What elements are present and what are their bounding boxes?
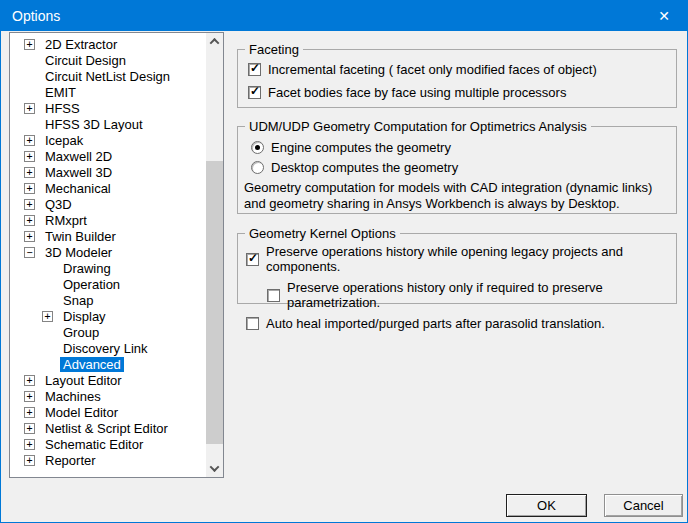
tree-expander-icon[interactable]: + xyxy=(24,183,35,194)
tree-expander-icon[interactable]: + xyxy=(24,439,35,450)
checkbox-icon[interactable] xyxy=(246,317,259,330)
tree-item[interactable]: + 2D Extractor xyxy=(10,36,223,52)
tree-item-label: Discovery Link xyxy=(60,341,151,356)
tree-item[interactable]: Operation xyxy=(10,276,223,292)
tree-expander-icon[interactable]: + xyxy=(24,407,35,418)
tree-item-label: Circuit NetList Design xyxy=(42,69,173,84)
tree-item-label: Operation xyxy=(60,277,123,292)
options-tree: + 2D Extractor Circuit Design Circuit Ne… xyxy=(9,32,224,478)
checkbox-row[interactable]: Preserve operations history while openin… xyxy=(246,244,676,274)
tree-expander-icon[interactable]: + xyxy=(24,199,35,210)
tree-expander-icon[interactable]: + xyxy=(24,423,35,434)
checkbox-row[interactable]: Preserve operations history only if requ… xyxy=(267,280,676,310)
tree-item[interactable]: Discovery Link xyxy=(10,340,223,356)
geometry-kernel-group: Geometry Kernel Options Preserve operati… xyxy=(237,233,677,304)
tree-item-label: Snap xyxy=(60,293,96,308)
tree-item[interactable]: Group xyxy=(10,324,223,340)
tree-item[interactable]: + Maxwell 2D xyxy=(10,148,223,164)
tree-item[interactable]: + Layout Editor xyxy=(10,372,223,388)
tree-scrollbar[interactable] xyxy=(206,33,223,477)
tree-item[interactable]: + Machines xyxy=(10,388,223,404)
tree-item-label: Icepak xyxy=(42,133,86,148)
tree-item[interactable]: + Mechanical xyxy=(10,180,223,196)
radio-row[interactable]: Desktop computes the geometry xyxy=(251,159,676,175)
tree-item[interactable]: + Netlist & Script Editor xyxy=(10,420,223,436)
tree-expander-icon[interactable]: + xyxy=(24,375,35,386)
tree-expander-icon[interactable]: + xyxy=(24,39,35,50)
checkbox-label: Preserve operations history while openin… xyxy=(266,244,676,274)
tree-item-label: Circuit Design xyxy=(42,53,129,68)
checkbox-icon[interactable] xyxy=(248,63,261,76)
checkbox-icon[interactable] xyxy=(246,253,259,266)
options-dialog: Options ✕ + 2D Extractor Circuit Design xyxy=(0,0,688,523)
ok-button[interactable]: OK xyxy=(506,494,587,517)
checkbox-icon[interactable] xyxy=(267,289,280,302)
tree-item-label: Netlist & Script Editor xyxy=(42,421,171,436)
checkbox-row[interactable]: Facet bodies face by face using multiple… xyxy=(248,85,676,100)
tree-expander-icon[interactable]: + xyxy=(42,311,53,322)
tree-item-label: EMIT xyxy=(42,85,79,100)
tree-expander-icon[interactable]: + xyxy=(24,135,35,146)
tree-item-label: Machines xyxy=(42,389,104,404)
tree-item[interactable]: Circuit Design xyxy=(10,52,223,68)
tree-item[interactable]: + Maxwell 3D xyxy=(10,164,223,180)
tree-expander-icon[interactable]: + xyxy=(24,231,35,242)
tree-item[interactable]: + RMxprt xyxy=(10,212,223,228)
tree-item-label: HFSS xyxy=(42,101,83,116)
radio-label: Desktop computes the geometry xyxy=(271,160,458,175)
checkbox-row[interactable]: Auto heal imported/purged parts after pa… xyxy=(246,316,676,331)
tree-item[interactable]: Snap xyxy=(10,292,223,308)
radio-row[interactable]: Engine computes the geometry xyxy=(251,139,676,155)
tree-item[interactable]: + Display xyxy=(10,308,223,324)
tree-item-label: Q3D xyxy=(42,197,75,212)
faceting-group: Faceting Incremental faceting ( facet on… xyxy=(237,49,677,108)
tree-item-label: Display xyxy=(60,309,109,324)
tree-item-label: 2D Extractor xyxy=(42,37,120,52)
tree-item-label: Maxwell 2D xyxy=(42,149,115,164)
radio-button-icon[interactable] xyxy=(251,141,264,154)
tree-expander-icon[interactable]: + xyxy=(24,151,35,162)
geometry-kernel-group-title: Geometry Kernel Options xyxy=(245,226,400,241)
tree-item[interactable]: Circuit NetList Design xyxy=(10,68,223,84)
tree-item[interactable]: + Reporter xyxy=(10,452,223,468)
tree-item[interactable]: + Model Editor xyxy=(10,404,223,420)
tree-expander-icon[interactable]: + xyxy=(24,455,35,466)
tree-item-label: Mechanical xyxy=(42,181,114,196)
tree-item[interactable]: − 3D Modeler xyxy=(10,244,223,260)
cancel-button[interactable]: Cancel xyxy=(604,494,683,517)
checkbox-icon[interactable] xyxy=(248,86,261,99)
close-button[interactable]: ✕ xyxy=(641,1,687,31)
tree-item[interactable]: HFSS 3D Layout xyxy=(10,116,223,132)
close-icon: ✕ xyxy=(658,8,670,24)
udm-note-text: Geometry computation for models with CAD… xyxy=(244,180,666,212)
tree-expander-icon[interactable]: + xyxy=(24,103,35,114)
tree-item[interactable]: Drawing xyxy=(10,260,223,276)
udm-udp-group: UDM/UDP Geometry Computation for Optimet… xyxy=(237,126,677,214)
tree-item-label: Advanced xyxy=(60,357,124,372)
tree-item-label: Group xyxy=(60,325,102,340)
tree-expander-icon[interactable]: − xyxy=(24,247,35,258)
tree-expander-icon[interactable]: + xyxy=(24,391,35,402)
radio-button-icon[interactable] xyxy=(251,161,264,174)
checkbox-label: Auto heal imported/purged parts after pa… xyxy=(266,316,605,331)
tree-expander-icon[interactable]: + xyxy=(24,167,35,178)
tree-item[interactable]: EMIT xyxy=(10,84,223,100)
tree-item-label: Schematic Editor xyxy=(42,437,146,452)
tree-item[interactable]: Advanced xyxy=(10,356,223,372)
tree-item[interactable]: + Q3D xyxy=(10,196,223,212)
tree-item-label: Model Editor xyxy=(42,405,121,420)
tree-item[interactable]: + Icepak xyxy=(10,132,223,148)
tree-item[interactable]: + Schematic Editor xyxy=(10,436,223,452)
tree-item[interactable]: + HFSS xyxy=(10,100,223,116)
tree-item-label: Maxwell 3D xyxy=(42,165,115,180)
tree-expander-icon[interactable]: + xyxy=(24,215,35,226)
scrollbar-thumb[interactable] xyxy=(206,161,223,444)
scroll-down-icon xyxy=(210,462,220,472)
checkbox-label: Preserve operations history only if requ… xyxy=(287,280,676,310)
tree-item[interactable]: + Twin Builder xyxy=(10,228,223,244)
scroll-down-button[interactable] xyxy=(206,460,223,477)
tree-item-label: Twin Builder xyxy=(42,229,119,244)
tree-item-label: Drawing xyxy=(60,261,114,276)
checkbox-row[interactable]: Incremental faceting ( facet only modifi… xyxy=(248,62,676,77)
scroll-up-button[interactable] xyxy=(206,33,223,50)
